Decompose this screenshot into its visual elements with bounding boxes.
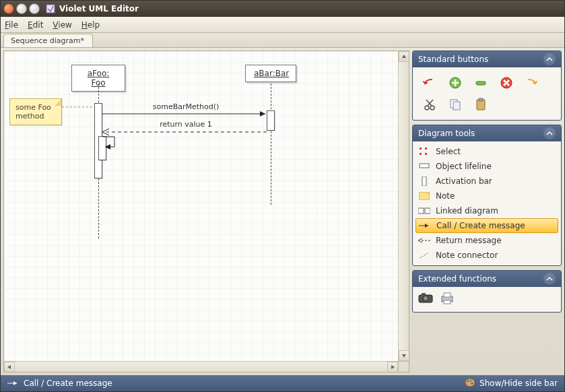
menu-view[interactable]: View	[53, 20, 71, 30]
tool-label: Object lifeline	[436, 162, 492, 171]
sidebar: Standard buttons	[412, 51, 562, 372]
scroll-corner	[398, 361, 409, 372]
linked-diagram-icon	[418, 206, 430, 216]
svg-rect-17	[420, 164, 429, 168]
toggle-sidebar-link[interactable]: Show/Hide side bar	[479, 379, 558, 388]
collapse-icon[interactable]	[543, 273, 556, 285]
svg-point-32	[465, 379, 475, 387]
title-bar: Violet UML Editor	[1, 1, 564, 17]
note-connector	[62, 105, 94, 109]
status-bar: Call / Create message Show/Hide side bar	[1, 375, 564, 391]
cut-button[interactable]	[418, 94, 441, 115]
add-button[interactable]	[444, 73, 467, 93]
tool-note-connector[interactable]: Note connector	[413, 248, 561, 263]
palette-icon	[465, 378, 475, 389]
svg-rect-29	[444, 293, 451, 297]
return-message-icon	[418, 236, 430, 245]
collapse-icon[interactable]	[543, 53, 556, 65]
lifeline-icon	[418, 162, 430, 171]
scroll-right-button[interactable]	[387, 362, 398, 372]
panel-header-extended[interactable]: Extended functions	[413, 271, 561, 287]
menu-bar: FFileile Edit View Help	[1, 17, 564, 33]
panel-title-tools: Diagram tools	[418, 129, 475, 138]
note-connector-icon	[418, 251, 430, 260]
panel-header-standard[interactable]: Standard buttons	[413, 51, 561, 67]
tool-call-create-message[interactable]: Call / Create message	[416, 218, 558, 233]
panel-diagram-tools: Diagram tools Select Object lifeline A	[412, 125, 562, 266]
vertical-scrollbar[interactable]	[398, 51, 409, 361]
canvas-grid	[4, 51, 409, 372]
diagram-note[interactable]: some Foo method	[9, 98, 62, 125]
note-fold-icon	[55, 99, 61, 106]
call-message-label: someBarMethod()	[125, 102, 246, 111]
menu-file[interactable]: FFileile	[5, 20, 18, 30]
scroll-down-button[interactable]	[399, 350, 409, 361]
svg-rect-21	[425, 208, 430, 214]
window-minimize-button[interactable]	[16, 3, 27, 14]
svg-point-7	[425, 106, 429, 110]
undo-button[interactable]	[418, 73, 441, 93]
call-message-arrow[interactable]	[102, 110, 269, 117]
tool-label: Activation bar	[436, 176, 492, 186]
app-window: Violet UML Editor FFileile Edit View Hel…	[0, 0, 565, 392]
svg-rect-16	[425, 153, 427, 155]
tool-activation-bar[interactable]: Activation bar	[413, 174, 561, 189]
svg-rect-18	[422, 176, 426, 186]
svg-rect-14	[425, 148, 427, 150]
menu-help[interactable]: Help	[81, 20, 100, 30]
app-icon	[46, 4, 55, 13]
tool-object-lifeline[interactable]: Object lifeline	[413, 159, 561, 174]
tool-linked-diagram[interactable]: Linked diagram	[413, 203, 561, 218]
svg-rect-5	[476, 81, 486, 85]
svg-rect-12	[479, 98, 483, 101]
tool-return-message[interactable]: Return message	[413, 233, 561, 248]
tool-label: Note	[436, 191, 455, 201]
tool-note[interactable]: Note	[413, 189, 561, 203]
paste-button[interactable]	[469, 94, 492, 115]
call-message-icon	[419, 221, 431, 230]
svg-rect-13	[420, 148, 422, 150]
return-message-label: return value 1	[132, 120, 240, 129]
window-maximize-button[interactable]	[29, 3, 40, 14]
redo-button[interactable]	[521, 73, 543, 93]
menu-edit[interactable]: Edit	[28, 20, 43, 30]
svg-point-35	[471, 382, 473, 384]
lifeline-abar-header[interactable]: aBar:Bar	[245, 65, 296, 82]
tool-select[interactable]: Select	[413, 144, 561, 159]
note-text: some Foo method	[15, 103, 51, 121]
camera-button[interactable]	[418, 292, 433, 306]
window-title: Violet UML Editor	[59, 4, 139, 13]
svg-rect-20	[418, 208, 424, 214]
status-tool-icon	[7, 379, 18, 387]
delete-button[interactable]	[495, 73, 518, 93]
panel-title-extended: Extended functions	[418, 274, 496, 284]
window-close-button[interactable]	[3, 3, 14, 14]
collapse-icon[interactable]	[543, 127, 556, 139]
tab-strip: Sequence diagram*	[1, 33, 564, 48]
panel-standard-buttons: Standard buttons	[412, 51, 562, 121]
svg-point-33	[467, 380, 469, 382]
panel-title-standard: Standard buttons	[418, 55, 488, 64]
copy-button[interactable]	[444, 94, 467, 115]
diagram-canvas[interactable]: aFoo: Foo aBar:Bar some Foo method someB…	[3, 51, 409, 372]
panel-header-tools[interactable]: Diagram tools	[413, 125, 561, 141]
tool-label: Return message	[436, 236, 502, 245]
status-left-text: Call / Create message	[24, 379, 112, 388]
self-call-arrow[interactable]	[102, 135, 120, 151]
work-area: aFoo: Foo aBar:Bar some Foo method someB…	[1, 48, 564, 375]
select-icon	[418, 147, 430, 156]
tab-sequence-diagram[interactable]: Sequence diagram*	[3, 34, 93, 47]
scroll-up-button[interactable]	[399, 51, 409, 62]
svg-rect-27	[422, 293, 426, 296]
lifeline-abar-line	[271, 84, 271, 205]
tool-label: Linked diagram	[436, 206, 498, 216]
svg-point-8	[430, 106, 434, 110]
remove-button[interactable]	[469, 73, 492, 93]
return-message-arrow[interactable]	[102, 128, 269, 136]
svg-rect-15	[420, 153, 422, 155]
print-button[interactable]	[440, 292, 455, 306]
horizontal-scrollbar[interactable]	[4, 361, 398, 372]
scroll-left-button[interactable]	[4, 362, 15, 372]
svg-point-26	[423, 296, 428, 301]
svg-rect-30	[444, 300, 451, 304]
